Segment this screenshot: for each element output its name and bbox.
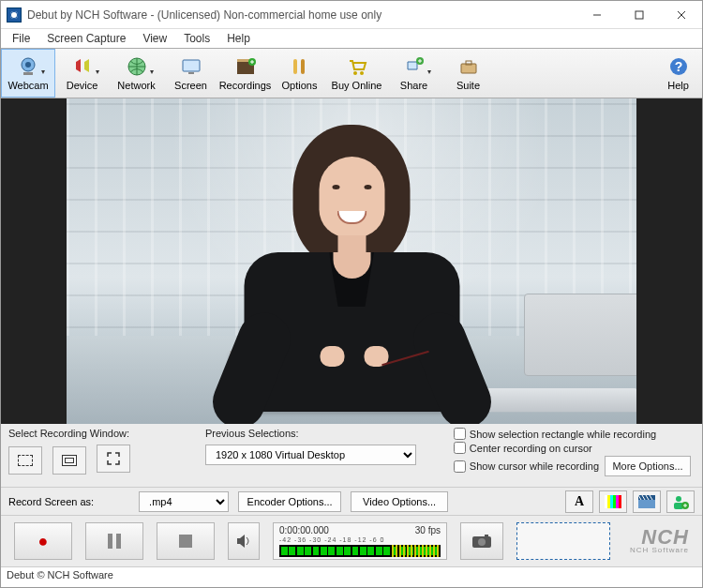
toolbar-screen[interactable]: Screen xyxy=(164,49,218,98)
preview-area xyxy=(1,98,702,424)
illustration-laptop xyxy=(468,294,636,420)
svg-rect-25 xyxy=(610,495,613,508)
toolbar-webcam[interactable]: ▾ Webcam xyxy=(1,49,55,98)
speaker-icon xyxy=(236,535,251,548)
cart-icon xyxy=(346,55,368,78)
crop-fullscreen-button[interactable] xyxy=(97,445,130,473)
close-button[interactable] xyxy=(660,1,702,28)
crop-window-icon xyxy=(62,455,77,466)
svg-rect-34 xyxy=(108,534,112,549)
record-button[interactable]: ● xyxy=(14,522,72,560)
text-overlay-button[interactable]: A xyxy=(565,490,593,513)
snapshot-button[interactable] xyxy=(460,522,503,560)
text-icon: A xyxy=(575,494,584,509)
screen-icon xyxy=(180,55,202,78)
toolbar-device[interactable]: ▾ Device xyxy=(55,49,110,98)
crop-freeform-button[interactable] xyxy=(8,446,42,475)
format-dropdown[interactable]: .mp4 xyxy=(139,491,229,512)
toolbar-label: Device xyxy=(67,80,98,91)
maximize-button[interactable] xyxy=(618,1,660,28)
svg-rect-30 xyxy=(638,500,655,508)
menu-help[interactable]: Help xyxy=(219,30,258,47)
video-options-button[interactable]: Video Options... xyxy=(351,491,448,512)
toolbar-help[interactable]: ? Help xyxy=(655,49,702,98)
transport-bar: ● 0:00:00.000 30 fps -42 -36 -30 -24 -18… xyxy=(1,516,702,566)
thumbnail-slot[interactable] xyxy=(516,522,610,560)
toolbar-suite[interactable]: Suite xyxy=(441,49,496,98)
previous-selections-label: Previous Selections: xyxy=(205,428,421,439)
meter-ticks: -42 -36 -30 -24 -18 -12 -6 0 xyxy=(279,536,441,543)
chevron-down-icon: ▾ xyxy=(96,68,99,76)
branding: NCH NCH Software xyxy=(630,529,689,554)
stop-icon xyxy=(179,535,192,548)
nch-tagline: NCH Software xyxy=(630,546,689,554)
chevron-down-icon: ▾ xyxy=(427,68,431,76)
toolbar-network[interactable]: ▾ Network xyxy=(110,49,164,98)
main-toolbar: ▾ Webcam ▾ Device ▾ Network Screen Recor… xyxy=(1,48,702,98)
chevron-down-icon: ▾ xyxy=(150,68,154,76)
crop-freeform-icon xyxy=(18,455,33,466)
person-add-icon xyxy=(672,494,689,509)
encoder-options-button[interactable]: Encoder Options... xyxy=(238,491,341,512)
svg-rect-27 xyxy=(616,495,619,508)
svg-rect-24 xyxy=(607,495,610,508)
show-selection-checkbox[interactable]: Show selection rectangle while recording xyxy=(454,428,691,440)
menu-view[interactable]: View xyxy=(135,30,174,47)
options-icon xyxy=(289,55,311,78)
toolbar-share[interactable]: ▾ Share xyxy=(387,49,441,98)
toolbar-label: Network xyxy=(117,80,155,91)
stop-button[interactable] xyxy=(157,522,215,560)
more-options-button[interactable]: More Options... xyxy=(605,456,691,476)
toolbar-buy-online[interactable]: Buy Online xyxy=(327,49,387,98)
window-title: Debut by NCH Software - (Unlicensed) Non… xyxy=(27,8,576,22)
clapper-icon xyxy=(638,495,655,508)
show-cursor-checkbox[interactable]: Show cursor while recording xyxy=(454,460,599,473)
svg-point-5 xyxy=(25,62,31,68)
previous-selections-dropdown[interactable]: 1920 x 1080 Virtual Desktop xyxy=(205,445,416,465)
center-cursor-checkbox[interactable]: Center recording on cursor xyxy=(454,442,691,454)
add-overlay-button[interactable] xyxy=(666,490,695,513)
minimize-button[interactable] xyxy=(576,1,618,28)
color-adjust-button[interactable] xyxy=(599,490,627,513)
capture-settings-panel: Select Recording Window: Previous Select… xyxy=(1,424,702,488)
webcam-icon: ▾ xyxy=(17,55,39,78)
illustration-person xyxy=(293,125,411,265)
pause-icon xyxy=(108,534,121,549)
help-icon: ? xyxy=(667,55,690,78)
level-meter xyxy=(279,545,441,557)
audio-toggle-button[interactable] xyxy=(228,522,260,560)
toolbar-recordings[interactable]: Recordings xyxy=(218,49,273,98)
toolbar-options[interactable]: Options xyxy=(273,49,327,98)
svg-rect-13 xyxy=(293,59,297,74)
svg-rect-14 xyxy=(301,59,305,74)
close-icon xyxy=(677,10,686,20)
toolbar-label: Buy Online xyxy=(332,80,382,91)
effects-button[interactable] xyxy=(633,490,661,513)
svg-rect-26 xyxy=(613,495,616,508)
menu-tools[interactable]: Tools xyxy=(176,30,217,47)
svg-point-31 xyxy=(676,496,681,502)
elapsed-time: 0:00:00.000 xyxy=(279,525,329,535)
toolbar-label: Screen xyxy=(174,80,207,91)
color-bars-icon xyxy=(605,495,621,508)
fps-readout: 30 fps xyxy=(415,525,441,535)
svg-text:?: ? xyxy=(674,59,682,74)
crop-window-button[interactable] xyxy=(52,446,86,475)
svg-rect-1 xyxy=(636,11,643,19)
record-icon: ● xyxy=(38,532,49,551)
svg-point-38 xyxy=(478,538,486,546)
svg-rect-23 xyxy=(605,495,607,508)
chevron-down-icon: ▾ xyxy=(41,68,45,76)
svg-rect-28 xyxy=(619,495,621,508)
svg-point-16 xyxy=(360,71,364,75)
pause-button[interactable] xyxy=(85,522,143,560)
preview-pillar-right xyxy=(636,98,702,424)
menu-bar: File Screen Capture View Tools Help xyxy=(1,29,702,48)
status-bar: Debut © NCH Software xyxy=(1,566,702,585)
menu-screen-capture[interactable]: Screen Capture xyxy=(39,30,133,47)
menu-file[interactable]: File xyxy=(5,30,37,47)
toolbar-label: Help xyxy=(667,80,689,91)
app-icon xyxy=(7,8,22,23)
svg-rect-39 xyxy=(485,535,488,537)
toolbar-label: Webcam xyxy=(7,80,48,91)
